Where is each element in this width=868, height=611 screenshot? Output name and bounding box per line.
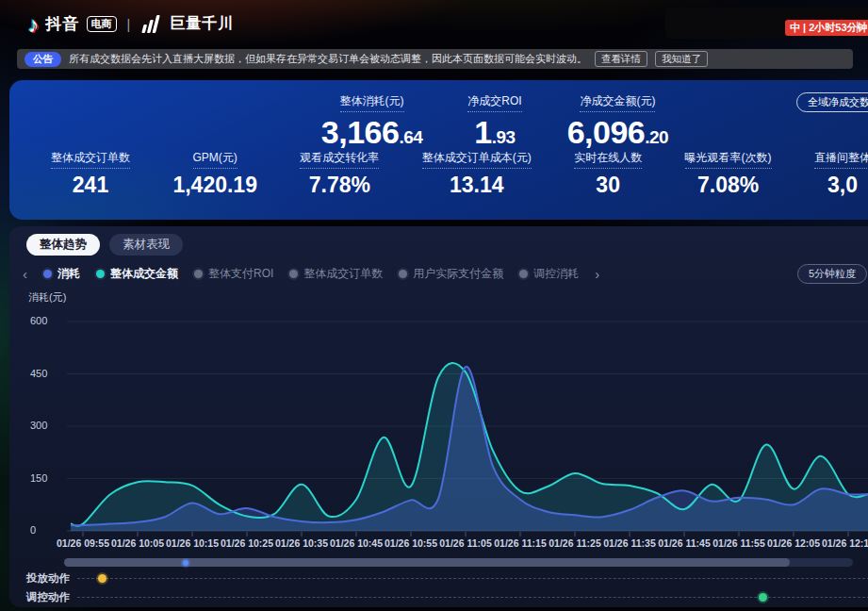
secondary-metric: 观看成交转化率 7.78%	[300, 148, 379, 198]
legend-item[interactable]: 调控消耗	[519, 266, 579, 282]
y-axis-tick: 600	[30, 315, 58, 326]
legend-label: 消耗	[57, 266, 80, 282]
page-root: ♪ 抖音 电商 | 巨量千川 中 | 2小时53分钟 | 公告 所有成交数据会先…	[0, 0, 868, 611]
action-row-label: 投放动作	[26, 571, 77, 586]
brand-logos: ♪ 抖音 电商 | 巨量千川	[28, 13, 234, 35]
area-消耗	[71, 367, 868, 531]
metric-value: 3,0	[814, 173, 868, 198]
legend-next-icon[interactable]: ›	[595, 268, 599, 281]
legend-label: 调控消耗	[533, 266, 579, 282]
metric-label[interactable]: 整体成交订单成本(元)	[422, 150, 532, 169]
metric-label[interactable]: GPM(元)	[193, 150, 237, 169]
legend-dot-icon	[289, 270, 298, 278]
metric-label[interactable]: 净成交金额(元)	[580, 93, 655, 112]
scope-selector[interactable]: 全域净成交数据 ∨	[796, 92, 868, 112]
brand-divider: |	[127, 17, 131, 32]
legend-dot-icon	[399, 270, 407, 278]
legend-item[interactable]: 整体成交金额	[96, 266, 178, 282]
metric-value: 30	[574, 173, 642, 198]
secondary-metric: 曝光观看率(次数) 7.08%	[685, 148, 772, 198]
action-marker-dot[interactable]	[98, 574, 106, 583]
legend-label: 用户实际支付金额	[413, 266, 503, 282]
ecommerce-badge: 电商	[87, 16, 117, 32]
legend-label: 整体成交订单数	[303, 266, 383, 282]
primary-metric: 整体消耗(元) 3,166.64	[321, 91, 423, 155]
legend-prev-icon[interactable]: ‹	[23, 268, 27, 281]
qianchuan-logo-text: 巨量千川	[170, 14, 234, 34]
y-axis-tick: 150	[30, 472, 58, 484]
legend-item[interactable]: 整体成交订单数	[289, 266, 383, 282]
action-row-label: 调控动作	[26, 590, 77, 604]
trend-tabs: 整体趋势素材表现	[26, 234, 183, 256]
legend-item[interactable]: 整体支付ROI	[194, 266, 273, 282]
legend-dot-icon	[43, 270, 52, 278]
top-header: ♪ 抖音 电商 | 巨量千川 中 | 2小时53分钟 |	[0, 0, 868, 45]
secondary-metrics: 整体成交订单数 241 GPM(元) 1,420.19 观看成交转化率 7.78…	[9, 148, 868, 198]
metrics-panel: 全域净成交数据 ∨ 整体消耗(元) 3,166.64 净成交ROI 1.93 净…	[9, 80, 868, 220]
action-timeline	[77, 597, 868, 598]
legend-label: 整体支付ROI	[208, 266, 273, 282]
secondary-metric: 整体成交订单成本(元) 13.14	[422, 148, 532, 198]
scope-selector-label: 全域净成交数据	[808, 95, 868, 109]
tab-inactive[interactable]: 素材表现	[109, 234, 183, 256]
legend-items: 消耗 整体成交金额 整体支付ROI 整体成交订单数 用户实际支付金额 调控消耗	[43, 266, 579, 282]
douyin-note-icon: ♪	[28, 14, 40, 35]
metric-value: 1,420.19	[172, 173, 257, 198]
announcement-badge: 公告	[25, 52, 61, 67]
secondary-metric: 直播间整体 3,0	[814, 148, 868, 198]
view-details-button[interactable]: 查看详情	[595, 51, 647, 67]
metric-label[interactable]: 观看成交转化率	[300, 150, 379, 169]
x-axis-tick: 01/26 12:15	[811, 537, 868, 549]
scrollbar-handle[interactable]	[183, 560, 188, 566]
action-marker-dot[interactable]	[759, 593, 767, 602]
acknowledge-button[interactable]: 我知道了	[655, 51, 708, 67]
granularity-selector[interactable]: 5分钟粒度	[797, 264, 867, 284]
scrollbar-window[interactable]	[64, 558, 790, 567]
legend-item[interactable]: 用户实际支付金额	[399, 266, 503, 282]
primary-metrics: 整体消耗(元) 3,166.64 净成交ROI 1.93 净成交金额(元) 6,…	[52, 91, 868, 155]
metric-value: 7.78%	[300, 173, 379, 198]
metric-value: 13.14	[422, 173, 532, 198]
metric-label[interactable]: 实时在线人数	[574, 150, 642, 169]
header-divider: |	[856, 20, 859, 33]
action-row: 投放动作	[26, 571, 868, 585]
legend-dot-icon	[519, 270, 528, 278]
legend-row: ‹ 消耗 整体成交金额 整体支付ROI 整体成交订单数 用户实际支付金额 调控消…	[23, 266, 599, 282]
action-timeline	[77, 578, 868, 579]
metric-label[interactable]: 净成交ROI	[467, 93, 521, 112]
qianchuan-bars-icon	[140, 15, 163, 33]
primary-metric: 净成交ROI 1.93	[467, 91, 521, 155]
metric-label[interactable]: 曝光观看率(次数)	[685, 150, 772, 169]
announcement-text: 所有成交数据会先计入直播大屏数据，但如果存在异常交易订单会被动态调整，因此本页面…	[69, 52, 587, 66]
legend-dot-icon	[96, 270, 105, 278]
tab-active[interactable]: 整体趋势	[26, 234, 100, 256]
announcement-bar: 公告 所有成交数据会先计入直播大屏数据，但如果存在异常交易订单会被动态调整，因此…	[17, 49, 853, 69]
metric-label[interactable]: 整体消耗(元)	[340, 93, 404, 112]
legend-item[interactable]: 消耗	[43, 266, 80, 282]
metric-label[interactable]: 直播间整体	[814, 150, 868, 169]
action-row: 调控动作	[26, 590, 868, 603]
metric-value: 7.08%	[685, 173, 772, 198]
metric-value: 241	[51, 173, 130, 198]
y-axis-title: 消耗(元)	[28, 290, 66, 305]
trend-chart[interactable]	[61, 316, 868, 542]
secondary-metric: 整体成交订单数 241	[51, 148, 130, 198]
secondary-metric: 实时在线人数 30	[574, 148, 642, 198]
legend-label: 整体成交金额	[110, 266, 178, 282]
y-axis-tick: 0	[30, 524, 58, 536]
legend-dot-icon	[194, 270, 203, 278]
y-axis-tick: 450	[30, 368, 58, 379]
secondary-metric: GPM(元) 1,420.19	[172, 148, 257, 198]
chart-scrollbar[interactable]	[64, 558, 853, 567]
y-axis-tick: 300	[30, 420, 58, 431]
primary-metric: 净成交金额(元) 6,096.20	[567, 91, 669, 155]
douyin-logo-text: 抖音	[46, 13, 80, 35]
metric-label[interactable]: 整体成交订单数	[51, 150, 130, 169]
trend-card: 整体趋势素材表现 ‹ 消耗 整体成交金额 整体支付ROI 整体成交订单数 用户实…	[9, 226, 868, 607]
